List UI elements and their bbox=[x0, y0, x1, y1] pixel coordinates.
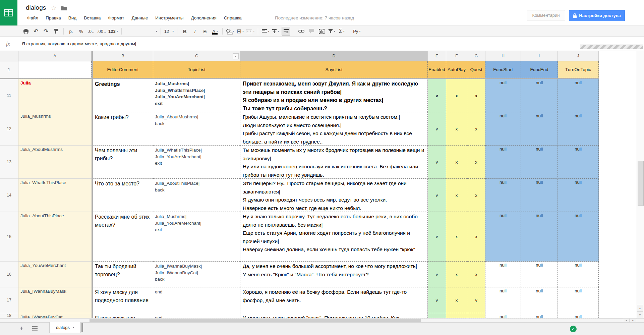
row-header-12[interactable]: 12 bbox=[0, 112, 18, 146]
cell-H12[interactable]: null bbox=[485, 112, 521, 146]
row-header-13[interactable]: 13 bbox=[0, 146, 18, 179]
merge-cells-button[interactable]: ▾ bbox=[246, 27, 254, 35]
cell-H15[interactable]: null bbox=[485, 212, 521, 262]
column-header-j[interactable]: J bbox=[558, 51, 599, 61]
cell-G12[interactable]: x bbox=[467, 112, 485, 146]
cell-D13[interactable]: Ты можешь поменять их у многих бродячих … bbox=[240, 146, 428, 179]
cell-A15[interactable]: Julia_AboutThisPlace bbox=[18, 212, 92, 262]
cell-E17[interactable]: v bbox=[428, 287, 446, 313]
cell-E15[interactable]: v bbox=[428, 212, 446, 262]
cell-A14[interactable]: Julia_WhatIsThisPlace bbox=[18, 179, 92, 212]
cell-J11[interactable]: null bbox=[558, 79, 599, 112]
borders-button[interactable]: ⊞ ▾ bbox=[236, 27, 244, 35]
cell-E13[interactable]: v bbox=[428, 146, 446, 179]
select-all-corner[interactable] bbox=[0, 51, 18, 61]
cell-E14[interactable]: v bbox=[428, 179, 446, 212]
column-header-e[interactable]: E bbox=[428, 51, 446, 61]
column-header-h[interactable]: H bbox=[485, 51, 521, 61]
number-format-button[interactable]: 123 ▾ bbox=[108, 27, 118, 35]
cell-B14[interactable]: Что это за место? bbox=[93, 179, 153, 212]
format-percent-button[interactable]: % bbox=[77, 27, 85, 35]
menu-view[interactable]: Вид bbox=[65, 14, 80, 22]
cell-A13[interactable]: Julia_AboutMushrms bbox=[18, 146, 92, 179]
cell-D18[interactable]: У меня есть один лишний "крюк". Поменяю … bbox=[240, 313, 428, 318]
cell-H14[interactable]: null bbox=[485, 179, 521, 212]
cell-F13[interactable]: x bbox=[446, 146, 467, 179]
formula-bar-drag-strip[interactable] bbox=[580, 45, 643, 49]
column-header-c[interactable]: C ▼ bbox=[153, 51, 240, 61]
cell-J14[interactable]: null bbox=[558, 179, 599, 212]
scroll-down-button[interactable]: ▼ bbox=[637, 312, 643, 318]
cell-I11[interactable]: null bbox=[521, 79, 558, 112]
cell-C16[interactable]: Julia_IWannaBuyMask| Julia_IWannaBuyCat|… bbox=[153, 262, 240, 287]
cell-E16[interactable]: v bbox=[428, 262, 446, 287]
row-header-18[interactable]: 18 bbox=[0, 313, 18, 318]
cell-I15[interactable]: null bbox=[521, 212, 558, 262]
cell-E12[interactable]: v bbox=[428, 112, 446, 146]
cell-C11[interactable]: Julia_Mushrms| Julia_WhatIsThisPlace| Ju… bbox=[153, 79, 240, 112]
insert-comment-button[interactable] bbox=[307, 27, 315, 35]
cell-J13[interactable]: null bbox=[558, 146, 599, 179]
cell-D15[interactable]: Ну я знаю только парочку. Тут недалеко е… bbox=[240, 212, 428, 262]
cell-C17[interactable]: end bbox=[153, 287, 240, 313]
redo-button[interactable]: ↷ bbox=[42, 27, 50, 35]
cell-D12[interactable]: Грибы Ашуры, маленькие и светятся приятн… bbox=[240, 112, 428, 146]
cell-G17[interactable]: v bbox=[467, 287, 485, 313]
scroll-right-button[interactable]: ▸ bbox=[630, 318, 636, 322]
cell-C12[interactable]: Julia_AboutMushrms| back bbox=[153, 112, 240, 146]
cell-I14[interactable]: null bbox=[521, 179, 558, 212]
filter-icon[interactable]: ▼ bbox=[233, 53, 239, 59]
cell-I12[interactable]: null bbox=[521, 112, 558, 146]
cell-I16[interactable]: null bbox=[521, 262, 558, 287]
menu-help[interactable]: Справка bbox=[220, 14, 245, 22]
decrease-decimals-button[interactable]: .0← bbox=[87, 27, 95, 35]
cell-G18[interactable] bbox=[467, 313, 485, 318]
input-tools-button[interactable]: Ру ▾ bbox=[353, 27, 361, 35]
wrap-text-button[interactable] bbox=[282, 27, 290, 36]
cell-B13[interactable]: Чем полезны эти грибы? bbox=[93, 146, 153, 179]
cell-C13[interactable]: Julia_WhatIsThisPlace| Julia_YouAreMerch… bbox=[153, 146, 240, 179]
cell-J1[interactable]: TurnOnTopic bbox=[558, 61, 599, 78]
cell-D17[interactable]: Хорошо, я поменяю её на бочку фосфора. Е… bbox=[240, 287, 428, 313]
text-color-button[interactable]: A ▾ bbox=[211, 27, 219, 35]
menu-format[interactable]: Формат bbox=[104, 14, 128, 22]
font-size-select[interactable]: 12 ▾ bbox=[164, 27, 174, 35]
cell-B15[interactable]: Расскажи мне об этих местах? bbox=[93, 212, 153, 262]
cell-E1[interactable]: Enabled bbox=[428, 61, 446, 78]
cell-F18[interactable] bbox=[446, 313, 467, 318]
cell-D14[interactable]: Эти пещеры? Ну.. Просто старые пещеры, н… bbox=[240, 179, 428, 212]
cell-H17[interactable]: null bbox=[485, 287, 521, 313]
cell-F15[interactable]: x bbox=[446, 212, 467, 262]
strikethrough-button[interactable]: S bbox=[201, 27, 209, 35]
cell-F11[interactable]: x bbox=[446, 79, 467, 112]
cell-B11[interactable]: Greetings bbox=[93, 79, 153, 112]
cell-C1[interactable]: TopicList bbox=[153, 61, 240, 78]
vertical-scrollbar-thumb[interactable] bbox=[638, 161, 644, 206]
fill-color-button[interactable]: ▾ bbox=[226, 27, 234, 35]
cell-C18[interactable]: end bbox=[153, 313, 240, 318]
cell-I18[interactable]: null bbox=[521, 313, 558, 318]
cell-A17[interactable]: Julia_IWannaBuyMask bbox=[18, 287, 92, 313]
horizontal-scrollbar-thumb[interactable] bbox=[90, 319, 421, 322]
cell-A18[interactable]: Julia_IWannaBuyCat bbox=[18, 313, 92, 318]
format-currency-button[interactable]: р. bbox=[67, 27, 75, 35]
row-header-11[interactable]: 11 bbox=[0, 79, 18, 112]
column-header-f[interactable]: F bbox=[446, 51, 467, 61]
cell-F14[interactable]: x bbox=[446, 179, 467, 212]
cell-I17[interactable]: null bbox=[521, 287, 558, 313]
functions-button[interactable]: Σ ▾ bbox=[338, 27, 346, 35]
cell-B12[interactable]: Какие грибы? bbox=[93, 112, 153, 146]
menu-insert[interactable]: Вставка bbox=[80, 14, 104, 22]
column-header-b[interactable]: B bbox=[93, 51, 153, 61]
folder-icon[interactable] bbox=[61, 6, 67, 12]
cell-F16[interactable]: x bbox=[446, 262, 467, 287]
column-header-d[interactable]: D bbox=[240, 51, 428, 61]
cell-H11[interactable]: null bbox=[485, 79, 521, 112]
cell-H16[interactable]: null bbox=[485, 262, 521, 287]
cell-F12[interactable]: x bbox=[446, 112, 467, 146]
cell-G14[interactable]: x bbox=[467, 179, 485, 212]
row-header-17[interactable]: 17 bbox=[0, 287, 18, 313]
cell-H13[interactable]: null bbox=[485, 146, 521, 179]
undo-button[interactable]: ↶ bbox=[32, 27, 40, 35]
cell-F1[interactable]: AutoPlay bbox=[446, 61, 467, 78]
